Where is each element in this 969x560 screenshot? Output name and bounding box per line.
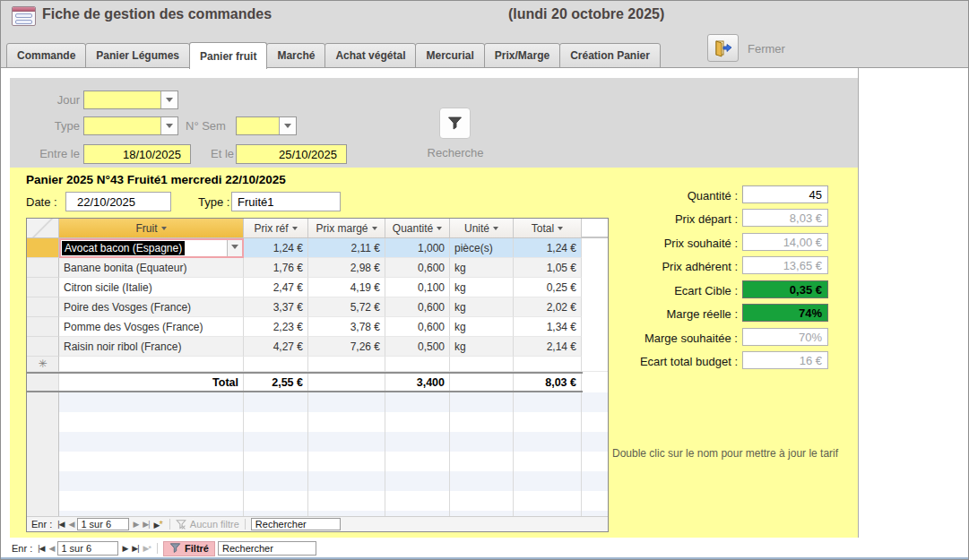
cell-total[interactable]: 0,25 € <box>514 278 582 297</box>
cell-prix-marge[interactable] <box>308 357 385 372</box>
column-header-prix-marge[interactable]: Prix margé <box>308 219 385 237</box>
cell-total[interactable]: 1,05 € <box>514 258 582 278</box>
tab-panier-legumes[interactable]: Panier Légumes <box>85 43 190 68</box>
next-record-button[interactable]: ▶ <box>121 544 128 553</box>
first-record-button[interactable]: |◀ <box>37 544 45 553</box>
row-selector[interactable] <box>27 278 59 297</box>
select-all-corner[interactable] <box>27 219 59 237</box>
jour-combobox[interactable] <box>83 90 178 109</box>
first-record-button[interactable]: |◀ <box>56 520 65 529</box>
cell-unite[interactable]: kg <box>450 297 514 317</box>
tab-prix-marge[interactable]: Prix/Marge <box>484 43 560 68</box>
next-record-button[interactable]: ▶ <box>132 520 139 529</box>
cell-prix-marge[interactable]: 3,78 € <box>308 317 385 337</box>
tab-commande[interactable]: Commande <box>6 43 86 68</box>
tab-achat-vegetal[interactable]: Achat végétal <box>324 43 416 68</box>
cell-fruit[interactable]: Pomme des Vosges (France) <box>59 317 244 337</box>
row-selector[interactable] <box>27 238 59 258</box>
record-position-box[interactable]: 1 sur 6 <box>57 541 118 556</box>
previous-record-button[interactable]: ◀ <box>68 520 75 529</box>
search-record-box[interactable]: Rechercher <box>218 541 316 556</box>
cell-prix-ref[interactable]: 4,27 € <box>244 337 308 357</box>
last-record-button[interactable]: ▶| <box>142 520 150 529</box>
fruit-combobox[interactable]: Avocat bacon (Espagne) <box>59 238 244 258</box>
chevron-down-icon[interactable] <box>558 227 563 233</box>
column-header-fruit[interactable]: Fruit <box>59 219 244 237</box>
chevron-down-icon[interactable] <box>437 227 442 233</box>
chevron-down-icon[interactable] <box>227 240 242 256</box>
cell-quantite[interactable]: 0,600 <box>385 258 450 278</box>
cell-prix-ref[interactable] <box>244 357 308 372</box>
type-field[interactable]: Fruité1 <box>231 192 341 211</box>
cell-fruit[interactable]: Poire des Vosges (France) <box>59 297 244 317</box>
date-fin-field[interactable]: 25/10/2025 <box>236 144 347 164</box>
cell-unite[interactable]: kg <box>450 278 514 297</box>
cell-total[interactable]: 1,24 € <box>514 238 582 258</box>
last-record-button[interactable]: ▶| <box>131 544 139 553</box>
cell-total[interactable]: 2,14 € <box>514 337 582 357</box>
cell-quantite[interactable]: 0,600 <box>385 297 450 317</box>
cell-prix-marge[interactable]: 4,19 € <box>308 278 385 297</box>
cell-unite[interactable]: kg <box>450 317 514 337</box>
chevron-down-icon[interactable] <box>372 227 377 233</box>
cell-quantite[interactable]: 0,500 <box>385 337 450 357</box>
record-position-box[interactable]: 1 sur 6 <box>77 518 129 530</box>
ecart-cible-label: Ecart Cible : <box>584 284 738 297</box>
tab-mercurial[interactable]: Mercurial <box>415 43 484 68</box>
new-record-selector[interactable]: ✳ <box>27 357 59 372</box>
tab-creation-panier[interactable]: Création Panier <box>559 43 661 68</box>
chevron-down-icon[interactable] <box>161 227 167 233</box>
new-record-button[interactable]: ▶* <box>153 519 164 530</box>
chevron-down-icon[interactable] <box>160 117 177 134</box>
cell-prix-ref[interactable]: 2,47 € <box>244 278 308 297</box>
date-debut-field[interactable]: 18/10/2025 <box>83 144 191 164</box>
previous-record-button[interactable]: ◀ <box>48 544 56 553</box>
filtered-toggle[interactable]: Filtré <box>163 541 215 556</box>
cell-unite[interactable]: kg <box>450 258 514 278</box>
cell-prix-marge[interactable]: 2,98 € <box>308 258 385 278</box>
row-selector[interactable] <box>27 297 59 317</box>
tab-marche[interactable]: Marché <box>266 43 325 68</box>
row-selector[interactable] <box>27 337 59 357</box>
cell-prix-ref[interactable]: 2,23 € <box>244 317 308 337</box>
recherche-button[interactable] <box>439 108 471 139</box>
column-header-unite[interactable]: Unité <box>450 219 514 237</box>
date-field[interactable]: 22/10/2025 <box>65 192 171 211</box>
cell-prix-marge[interactable]: 2,11 € <box>308 238 385 258</box>
column-header-prix-ref[interactable]: Prix réf <box>244 219 308 237</box>
chevron-down-icon[interactable] <box>279 117 296 134</box>
row-selector[interactable] <box>27 317 59 337</box>
column-header-quantite[interactable]: Quantité <box>385 219 450 237</box>
cell-fruit[interactable]: Raisin noir ribol (France) <box>59 337 244 357</box>
search-record-box[interactable]: Rechercher <box>251 518 341 530</box>
close-form-button[interactable] <box>707 34 739 62</box>
cell-fruit[interactable]: Citron sicile (Italie) <box>59 278 244 297</box>
cell-prix-ref[interactable]: 3,37 € <box>244 297 308 317</box>
cell-quantite[interactable]: 0,100 <box>385 278 450 297</box>
chevron-down-icon[interactable] <box>160 91 177 108</box>
tab-panier-fruit[interactable]: Panier fruit <box>189 42 267 69</box>
chevron-down-icon[interactable] <box>493 227 498 233</box>
quantite-field[interactable]: 45 <box>742 185 828 203</box>
cell-total[interactable]: 2,02 € <box>514 297 582 317</box>
cell-prix-ref[interactable]: 1,76 € <box>244 258 308 278</box>
row-selector[interactable] <box>27 258 59 278</box>
cell-prix-marge[interactable]: 5,72 € <box>308 297 385 317</box>
cell-unite[interactable]: pièce(s) <box>450 238 514 258</box>
cell-fruit[interactable] <box>59 357 244 372</box>
cell-total[interactable]: 1,34 € <box>514 317 582 337</box>
semaine-combobox[interactable] <box>236 116 297 135</box>
cell-total[interactable] <box>514 357 582 372</box>
cell-unite[interactable] <box>450 357 514 372</box>
chevron-down-icon[interactable] <box>292 227 298 233</box>
column-header-total[interactable]: Total <box>514 219 582 237</box>
cell-quantite[interactable]: 1,000 <box>385 238 450 258</box>
cell-prix-marge[interactable]: 7,26 € <box>308 337 385 357</box>
type-combobox[interactable] <box>83 116 178 135</box>
cell-fruit-selected-text[interactable]: Avocat bacon (Espagne) <box>62 241 185 255</box>
cell-unite[interactable]: kg <box>450 337 514 357</box>
cell-fruit[interactable]: Banane bonita (Equateur) <box>59 258 244 278</box>
cell-prix-ref[interactable]: 1,24 € <box>244 238 308 258</box>
cell-quantite[interactable]: 0,600 <box>385 317 450 337</box>
cell-quantite[interactable] <box>385 357 450 372</box>
